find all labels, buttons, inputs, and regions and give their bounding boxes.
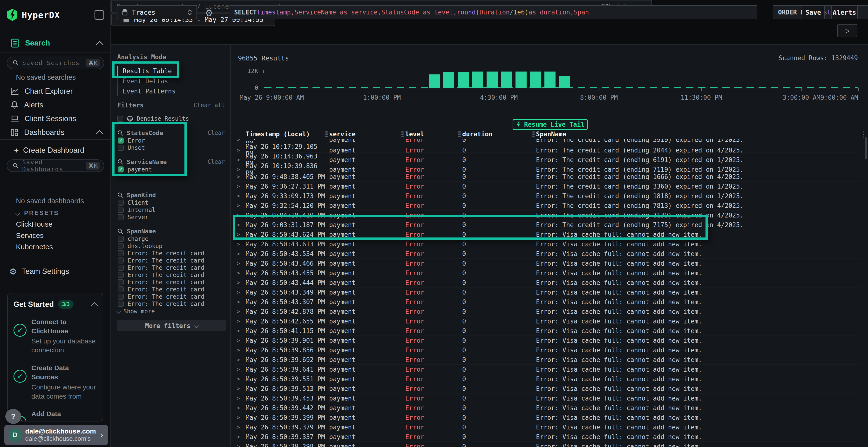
denoise-results-toggle[interactable]: Denoise Results [117, 115, 225, 122]
col-spanname[interactable]: SpanName [536, 131, 861, 138]
expand-row-icon[interactable]: > [235, 405, 246, 411]
get-started-step[interactable]: ✓ Connect to ClickHouse Set up your data… [13, 317, 97, 355]
get-started-step[interactable]: ✓ Create Data Sources Configure where yo… [13, 364, 97, 401]
table-row[interactable]: > May 26 8:50:39.399 PM payment Error 0 … [235, 413, 861, 422]
checkbox[interactable] [118, 265, 124, 271]
table-row[interactable]: > May 26 8:50:39.901 PM payment Error 0 … [235, 336, 861, 345]
expand-row-icon[interactable]: > [235, 424, 246, 431]
table-row[interactable]: > May 26 10:14:36.963 PM payment Error 0… [235, 153, 861, 162]
user-menu[interactable]: D dale@clickhouse.com dale@clickhouse.co… [4, 425, 108, 445]
table-row[interactable]: > May 26 9:33:09.173 PM payment Error 0 … [235, 191, 861, 201]
expand-row-icon[interactable]: > [235, 157, 246, 163]
table-scrollbar-thumb[interactable] [865, 137, 867, 159]
expand-row-icon[interactable]: > [235, 318, 246, 325]
checkbox[interactable] [118, 207, 124, 213]
sidebar-item-alerts[interactable]: Alerts [0, 99, 111, 111]
filter-option[interactable]: Client [117, 199, 225, 206]
more-filters-button[interactable]: More filters [117, 320, 226, 332]
expand-row-icon[interactable]: > [235, 434, 246, 440]
expand-row-icon[interactable]: > [235, 166, 246, 173]
table-row[interactable]: > May 26 8:50:39.513 PM payment Error 0 … [235, 384, 861, 393]
filter-option[interactable]: Internal [117, 206, 225, 213]
table-row[interactable]: > May 26 8:50:39.442 PM payment Error 0 … [235, 403, 861, 413]
chevron-up-icon[interactable] [96, 130, 103, 138]
table-row[interactable]: > May 26 10:17:29.105 PM payment Error 0… [235, 143, 861, 153]
clear-filter-button[interactable]: Clear [208, 130, 225, 136]
filter-option[interactable]: Error: The credit card … [117, 257, 225, 264]
mode-results-table[interactable]: Results Table [117, 66, 225, 76]
col-service[interactable]: service [329, 131, 401, 138]
expand-row-icon[interactable]: > [235, 270, 246, 276]
sidebar-item-kubernetes[interactable]: Kubernetes [16, 243, 53, 251]
filter-option[interactable]: Error: The credit card … [117, 271, 225, 278]
expand-row-icon[interactable]: > [235, 250, 246, 257]
expand-row-icon[interactable]: > [235, 337, 246, 344]
table-row[interactable]: > May 26 8:50:41.115 PM payment Error 0 … [235, 326, 861, 336]
table-row[interactable]: > May 26 8:50:39.692 PM payment Error 0 … [235, 355, 861, 365]
expand-row-icon[interactable]: > [235, 299, 246, 305]
clear-all-button[interactable]: Clear all [194, 102, 225, 109]
filter-group-title[interactable]: StatusCode [127, 130, 163, 137]
clear-filter-button[interactable]: Clear [208, 159, 225, 165]
expand-row-icon[interactable]: > [235, 414, 246, 421]
table-row[interactable]: > May 26 8:50:43.455 PM payment Error 0 … [235, 268, 861, 278]
table-row[interactable]: > May 26 8:50:43.307 PM payment Error 0 … [235, 297, 861, 307]
filter-option[interactable]: Error: The credit card … [117, 279, 225, 286]
table-row[interactable]: > May 26 8:50:39.641 PM payment Error 0 … [235, 365, 861, 374]
expand-row-icon[interactable]: > [235, 231, 246, 238]
checkbox[interactable] [118, 214, 124, 220]
expand-row-icon[interactable]: > [235, 328, 246, 334]
expand-row-icon[interactable]: > [235, 385, 246, 392]
table-row[interactable]: > May 26 8:50:39.856 PM payment Error 0 … [235, 345, 861, 355]
checkbox[interactable] [118, 257, 124, 264]
expand-row-icon[interactable]: > [235, 193, 246, 199]
checkbox[interactable] [118, 286, 124, 293]
help-button[interactable]: ? [5, 409, 21, 424]
table-row[interactable]: > May 26 8:50:43.613 PM payment Error 0 … [235, 239, 861, 249]
checkbox[interactable] [117, 116, 123, 122]
table-row[interactable]: > May 26 8:50:43.534 PM payment Error 0 … [235, 249, 861, 259]
table-row[interactable]: > May 26 9:48:38.405 PM payment Error 0 … [235, 172, 861, 182]
expand-row-icon[interactable]: > [235, 279, 246, 286]
table-row[interactable]: > May 26 8:50:43.444 PM payment Error 0 … [235, 278, 861, 287]
checkbox[interactable]: ✓ [118, 166, 124, 172]
get-started-step[interactable]: ✓ Add Data Start sending logs, metrics, … [13, 409, 97, 421]
sidebar-item-services[interactable]: Services [16, 232, 44, 240]
sidebar-collapse-icon[interactable] [94, 10, 104, 20]
checkbox[interactable] [118, 294, 124, 300]
expand-row-icon[interactable]: > [235, 347, 246, 353]
source-select[interactable]: Traces [117, 5, 197, 19]
table-row[interactable]: > May 26 9:32:54.120 PM payment Error 0 … [235, 201, 861, 210]
table-row[interactable]: > May 26 8:50:43.624 PM payment Error 0 … [235, 230, 861, 239]
table-row[interactable]: > May 26 8:50:42.655 PM payment Error 0 … [235, 316, 861, 326]
expand-row-icon[interactable]: > [235, 308, 246, 315]
expand-row-icon[interactable]: > [235, 443, 246, 447]
checkbox[interactable] [118, 200, 124, 206]
expand-row-icon[interactable]: > [235, 221, 246, 228]
table-row[interactable]: > May 26 8:50:42.878 PM payment Error 0 … [235, 307, 861, 316]
expand-row-icon[interactable]: > [235, 376, 246, 382]
filter-option[interactable]: dns.lookup [117, 243, 225, 249]
filter-group-title[interactable]: SpanKind [127, 192, 156, 199]
alerts-button[interactable]: Alerts [831, 5, 858, 19]
show-more-button[interactable]: Show more [117, 308, 225, 315]
checkbox[interactable] [118, 145, 124, 151]
expand-row-icon[interactable]: > [235, 356, 246, 363]
checkbox[interactable] [118, 279, 124, 285]
filter-option[interactable]: ✓payment [117, 166, 225, 173]
chevron-up-icon[interactable] [96, 41, 103, 48]
column-resize-handle[interactable] [458, 131, 461, 137]
filter-group-title[interactable]: SpanName [127, 228, 156, 235]
select-query-input[interactable]: SELECT Timestamp, ServiceName as service… [229, 5, 757, 19]
table-row[interactable]: > May 26 8:50:39.551 PM payment Error 0 … [235, 374, 861, 384]
checkbox[interactable] [118, 301, 124, 307]
filter-option[interactable]: Error: The credit card … [117, 300, 225, 307]
checkbox[interactable] [118, 243, 124, 249]
expand-row-icon[interactable]: > [235, 395, 246, 402]
table-row[interactable]: > May 26 10:19:51.402 PM payment Error 0… [235, 139, 861, 143]
table-row[interactable]: > May 26 8:50:39.453 PM payment Error 0 … [235, 393, 861, 403]
save-button[interactable]: Save [802, 5, 825, 19]
filter-option[interactable]: Server [117, 214, 225, 220]
source-settings-gear-icon[interactable]: ⚙ [205, 8, 213, 18]
checkbox[interactable] [118, 236, 124, 242]
